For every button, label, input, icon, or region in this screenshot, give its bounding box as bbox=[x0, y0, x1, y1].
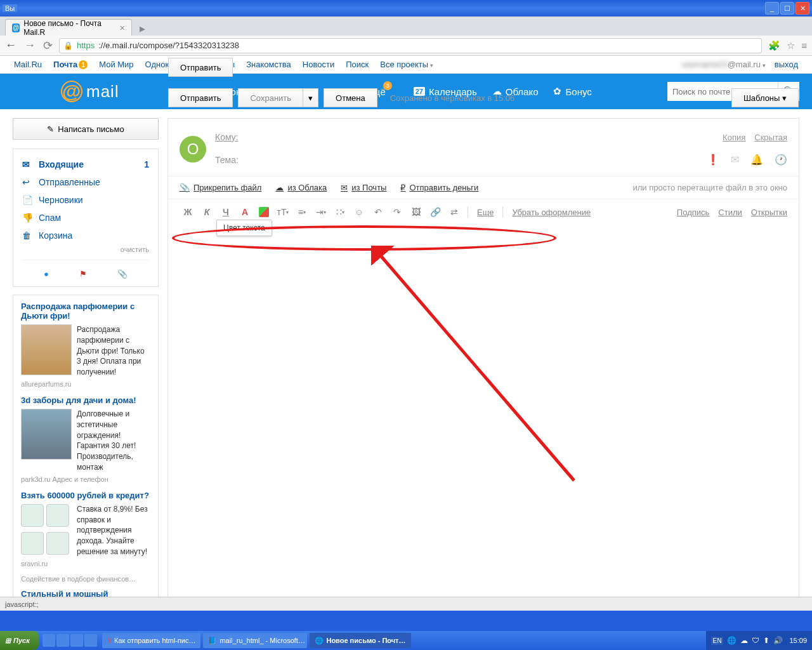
tray-icon[interactable]: 🌐 bbox=[727, 636, 737, 645]
close-button[interactable]: ✕ bbox=[796, 2, 809, 15]
underline-button[interactable]: Ч bbox=[218, 204, 234, 220]
align-button[interactable]: ≡▾ bbox=[294, 204, 310, 220]
attach-cloud-link[interactable]: ☁из Облака bbox=[275, 183, 327, 192]
tray-lang[interactable]: EN bbox=[711, 637, 724, 645]
clear-trash-link[interactable]: очистить bbox=[22, 246, 149, 253]
back-button[interactable]: ← bbox=[5, 39, 16, 53]
send-button[interactable]: Отправить bbox=[168, 58, 233, 77]
reload-button[interactable]: ⟳ bbox=[43, 39, 53, 53]
clear-format-link[interactable]: Убрать оформление bbox=[512, 208, 591, 217]
ruble-icon: ₽ bbox=[400, 183, 405, 192]
attach-mail-link[interactable]: ✉из Почты bbox=[341, 183, 386, 192]
portal-link-search[interactable]: Поиск bbox=[346, 60, 369, 69]
postcards-link[interactable]: Открытки bbox=[751, 208, 787, 217]
tray-icon[interactable]: ⬆ bbox=[763, 636, 769, 645]
save-button[interactable]: Сохранить bbox=[238, 88, 303, 107]
portal-link-pochta[interactable]: Почта1 bbox=[53, 60, 88, 70]
folder-drafts[interactable]: 📄Черновики bbox=[22, 191, 149, 209]
portal-link-moimir[interactable]: Мой Мир bbox=[99, 60, 133, 69]
tab-close-icon[interactable]: × bbox=[120, 23, 125, 33]
editor-more-link[interactable]: Еще bbox=[477, 208, 494, 217]
cancel-button[interactable]: Отмена bbox=[324, 88, 377, 107]
tray-volume-icon[interactable]: 🔊 bbox=[773, 636, 783, 645]
logout-link[interactable]: выход bbox=[775, 60, 798, 69]
indent-button[interactable]: ⇥▾ bbox=[313, 204, 329, 220]
sender-avatar: О bbox=[180, 136, 206, 162]
templates-button[interactable]: Шаблоны ▾ bbox=[731, 88, 799, 107]
at-icon: @ bbox=[61, 81, 82, 102]
filter-unread-icon[interactable]: ● bbox=[44, 269, 49, 279]
url-protocol: https bbox=[77, 41, 95, 50]
new-tab-button[interactable]: ▸ bbox=[136, 22, 149, 36]
schedule-icon[interactable]: 🕐 bbox=[775, 154, 787, 166]
priority-icon[interactable]: ❗ bbox=[707, 154, 719, 166]
tray-clock[interactable]: 15:09 bbox=[789, 637, 807, 644]
portal-link-news[interactable]: Новости bbox=[303, 60, 334, 69]
ql-icon[interactable] bbox=[43, 634, 55, 647]
browser-tab-active[interactable]: @ Новое письмо - Почта Mail.R × bbox=[5, 19, 132, 36]
portal-link-mailru[interactable]: Mail.Ru bbox=[14, 60, 42, 69]
left-sidebar: ✎ Написать письмо ✉Входящие1 ↩Отправленн… bbox=[13, 118, 159, 611]
link-button[interactable]: 🔗 bbox=[427, 204, 443, 220]
portal-link-dating[interactable]: Знакомства bbox=[246, 60, 291, 69]
styles-link[interactable]: Стили bbox=[718, 208, 742, 217]
folder-sent[interactable]: ↩Отправленные bbox=[22, 173, 149, 191]
signature-link[interactable]: Подпись bbox=[677, 208, 709, 217]
ad-title[interactable]: Взять 600000 рублей в кредит? bbox=[21, 491, 150, 500]
translit-button[interactable]: ⇄ bbox=[446, 204, 462, 220]
ql-icon[interactable] bbox=[56, 634, 69, 647]
folder-spam[interactable]: 👎Спам bbox=[22, 209, 149, 227]
filter-flagged-icon[interactable]: ⚑ bbox=[79, 269, 87, 279]
bold-button[interactable]: Ж bbox=[180, 204, 196, 220]
cc-link[interactable]: Копия bbox=[723, 133, 745, 142]
compose-button[interactable]: ✎ Написать письмо bbox=[13, 118, 159, 140]
forward-button[interactable]: → bbox=[24, 39, 36, 53]
save-dropdown[interactable]: ▾ bbox=[303, 88, 318, 107]
inbox-count: 1 bbox=[144, 159, 149, 169]
maximize-button[interactable]: ☐ bbox=[780, 2, 794, 15]
address-bar[interactable]: 🔒 https://e.mail.ru/compose/?15433203132… bbox=[59, 38, 762, 53]
redo-button[interactable]: ↷ bbox=[389, 204, 405, 220]
folder-inbox[interactable]: ✉Входящие1 bbox=[22, 156, 149, 173]
ad-title[interactable]: 3d заборы для дачи и дома! bbox=[21, 395, 150, 405]
user-email[interactable]: username23@mail.ru bbox=[681, 60, 765, 69]
receipt-icon[interactable]: ✉ bbox=[731, 154, 739, 166]
tray-icon[interactable]: 🛡 bbox=[752, 636, 759, 645]
to-label[interactable]: Кому: bbox=[215, 132, 247, 142]
notify-icon[interactable]: 🔔 bbox=[750, 154, 763, 166]
mail-logo[interactable]: @ mail bbox=[61, 81, 119, 102]
font-size-button[interactable]: тT▾ bbox=[275, 204, 291, 220]
undo-button[interactable]: ↶ bbox=[370, 204, 386, 220]
taskbar-task-active[interactable]: 🌐Новое письмо - Почт… bbox=[310, 633, 410, 648]
ql-icon[interactable] bbox=[70, 634, 83, 647]
minimize-button[interactable]: _ bbox=[765, 2, 779, 15]
folder-trash[interactable]: 🗑Корзина bbox=[22, 227, 149, 244]
send-money-link[interactable]: ₽Отправить деньги bbox=[400, 183, 478, 192]
send-button[interactable]: Отправить bbox=[168, 88, 233, 107]
taskbar-task[interactable]: YКак отправить html-пис… bbox=[102, 633, 201, 648]
ql-icon[interactable] bbox=[84, 634, 97, 647]
taskbar-task[interactable]: 📘mail_ru_html_ - Microsoft… bbox=[203, 633, 307, 648]
italic-button[interactable]: К bbox=[199, 204, 215, 220]
emoji-button[interactable]: ☺ bbox=[351, 204, 367, 220]
image-button[interactable]: 🖼 bbox=[408, 204, 424, 220]
quick-launch bbox=[39, 634, 101, 647]
url-path: ://e.mail.ru/compose/?1543320313238 bbox=[98, 41, 239, 50]
ad-image[interactable] bbox=[21, 324, 72, 375]
ad-image[interactable] bbox=[21, 409, 72, 460]
extension-icon[interactable]: 🧩 bbox=[768, 40, 780, 51]
menu-icon[interactable]: ≡ bbox=[801, 40, 807, 51]
ad-title[interactable]: Распродажа парфюмерии с Дьюти фри! bbox=[21, 302, 150, 321]
portal-link-all-projects[interactable]: Все проекты bbox=[380, 60, 433, 69]
start-button[interactable]: ⊞Пуск bbox=[0, 631, 39, 650]
lang-switch-indicator[interactable]: Вы bbox=[3, 4, 17, 12]
attach-file-link[interactable]: 📎Прикрепить файл bbox=[180, 183, 261, 192]
bookmark-star-icon[interactable]: ☆ bbox=[787, 40, 795, 51]
list-button[interactable]: ∷▾ bbox=[332, 204, 348, 220]
tray-icon[interactable]: ☁ bbox=[740, 636, 748, 645]
text-color-button[interactable]: A bbox=[237, 204, 253, 220]
bcc-link[interactable]: Скрытая bbox=[754, 133, 787, 142]
ad-image[interactable] bbox=[21, 504, 72, 557]
bg-color-button[interactable] bbox=[256, 204, 272, 220]
filter-attach-icon[interactable]: 📎 bbox=[117, 269, 128, 279]
